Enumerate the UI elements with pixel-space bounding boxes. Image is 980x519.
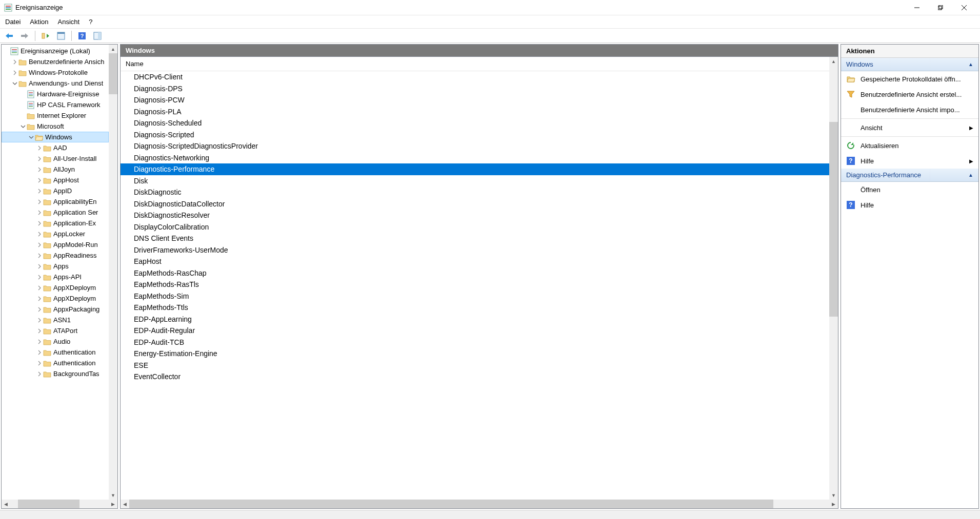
action-help[interactable]: ? Hilfe ▶ <box>841 153 978 169</box>
action-create-custom-view[interactable]: Benutzerdefinierte Ansicht erstel... <box>841 87 978 102</box>
scroll-up-arrow[interactable]: ▲ <box>829 57 838 66</box>
tree-item[interactable]: AppID <box>2 185 109 196</box>
menu-file[interactable]: Datei <box>5 18 21 26</box>
tree-app-service-logs[interactable]: Anwendungs- und Dienst <box>2 78 109 89</box>
scroll-thumb[interactable] <box>109 53 117 94</box>
action-import-custom-view[interactable]: Benutzerdefinierte Ansicht impo... <box>841 102 978 117</box>
properties-button[interactable] <box>55 30 67 42</box>
tree-item[interactable]: ApplicabilityEn <box>2 196 109 207</box>
tree-windows[interactable]: Windows <box>2 132 109 142</box>
list-scrollbar-horizontal[interactable]: ◀ ▶ <box>121 500 838 508</box>
action-help-2[interactable]: ? Hilfe <box>841 197 978 213</box>
list-item[interactable]: EapHost <box>121 256 829 267</box>
tree-internet-explorer[interactable]: Internet Explorer <box>2 110 109 121</box>
tree-item[interactable]: Apps-API <box>2 272 109 282</box>
minimize-button[interactable] <box>905 0 929 15</box>
forward-button[interactable] <box>18 30 31 42</box>
list-item[interactable]: DisplayColorCalibration <box>121 221 829 233</box>
navigation-tree[interactable]: Ereignisanzeige (Lokal)Benutzerdefiniert… <box>2 45 109 500</box>
tree-scrollbar-vertical[interactable]: ▲ ▼ <box>109 45 117 500</box>
tree-item[interactable]: Application Ser <box>2 207 109 218</box>
list-scrollbar-vertical[interactable]: ▲ ▼ <box>829 57 838 500</box>
scroll-down-arrow[interactable]: ▼ <box>109 491 117 500</box>
tree-item[interactable]: AppXDeploym <box>2 293 109 304</box>
list-item[interactable]: EapMethods-Sim <box>121 290 829 302</box>
list-item[interactable]: EDP-AppLearning <box>121 314 829 325</box>
list-item[interactable]: Disk <box>121 175 829 187</box>
close-button[interactable] <box>952 0 976 15</box>
scroll-thumb[interactable] <box>18 500 79 508</box>
scroll-right-arrow[interactable]: ▶ <box>109 500 117 508</box>
list-item[interactable]: Diagnosis-PCW <box>121 94 829 106</box>
tree-item[interactable]: AppLocker <box>2 229 109 239</box>
menu-view[interactable]: Ansicht <box>58 18 80 26</box>
list-item[interactable]: DHCPv6-Client <box>121 71 829 83</box>
tree-hp-casl[interactable]: HP CASL Framework <box>2 99 109 110</box>
maximize-button[interactable] <box>929 0 952 15</box>
action-open[interactable]: Öffnen <box>841 182 978 197</box>
list-item[interactable]: DiskDiagnostic <box>121 186 829 198</box>
tree-item[interactable]: Apps <box>2 261 109 272</box>
tree-item[interactable]: AppModel-Run <box>2 239 109 250</box>
list-item[interactable]: EapMethods-RasTls <box>121 279 829 290</box>
action-refresh[interactable]: Aktualisieren <box>841 138 978 153</box>
list-item[interactable]: DNS Client Events <box>121 233 829 244</box>
list-item[interactable]: DiskDiagnosticDataCollector <box>121 198 829 210</box>
list-item[interactable]: EapMethods-Ttls <box>121 302 829 314</box>
tree-item[interactable]: Audio <box>2 336 109 347</box>
list-item[interactable]: Diagnosis-Scheduled <box>121 117 829 129</box>
center-list[interactable]: DHCPv6-ClientDiagnosis-DPSDiagnosis-PCWD… <box>121 71 829 500</box>
tree-item[interactable]: ASN1 <box>2 315 109 325</box>
tree-windows-logs[interactable]: Windows-Protokolle <box>2 67 109 78</box>
tree-hardware-events[interactable]: Hardware-Ereignisse <box>2 89 109 99</box>
list-item[interactable]: DiskDiagnosticResolver <box>121 210 829 221</box>
list-item[interactable]: Diagnosis-Scripted <box>121 129 829 141</box>
action-view-submenu[interactable]: Ansicht ▶ <box>841 120 978 135</box>
scroll-left-arrow[interactable]: ◀ <box>121 500 129 508</box>
tree-microsoft[interactable]: Microsoft <box>2 121 109 132</box>
action-open-saved-log[interactable]: Gespeicherte Protokolldatei öffn... <box>841 71 978 87</box>
menu-help[interactable]: ? <box>89 18 92 26</box>
scroll-left-arrow[interactable]: ◀ <box>2 500 10 508</box>
list-item[interactable]: ESE <box>121 360 829 371</box>
tree-scrollbar-horizontal[interactable]: ◀ ▶ <box>2 500 117 508</box>
scroll-down-arrow[interactable]: ▼ <box>829 491 838 500</box>
tree-item[interactable]: ATAPort <box>2 325 109 336</box>
tree-item[interactable]: AppReadiness <box>2 250 109 261</box>
scroll-thumb[interactable] <box>829 122 838 317</box>
actions-section-selection[interactable]: Diagnostics-Performance ▲ <box>841 169 978 182</box>
list-item[interactable]: DriverFrameworks-UserMode <box>121 244 829 256</box>
list-item[interactable]: Energy-Estimation-Engine <box>121 348 829 360</box>
tree-item[interactable]: AppHost <box>2 175 109 185</box>
list-item[interactable]: Diagnosis-ScriptedDiagnosticsProvider <box>121 140 829 152</box>
show-hide-tree-button[interactable] <box>39 30 52 42</box>
scroll-up-arrow[interactable]: ▲ <box>109 45 117 53</box>
menu-action[interactable]: Aktion <box>30 18 48 26</box>
tree-item[interactable]: BackgroundTas <box>2 368 109 379</box>
tree-root[interactable]: Ereignisanzeige (Lokal) <box>2 46 109 56</box>
actions-section-windows[interactable]: Windows ▲ <box>841 58 978 71</box>
tree-item[interactable]: All-User-Install <box>2 153 109 164</box>
back-button[interactable] <box>3 30 15 42</box>
list-item[interactable]: Diagnosis-PLA <box>121 106 829 118</box>
list-item[interactable]: Diagnosis-DPS <box>121 83 829 95</box>
tree-item[interactable]: AppxPackaging <box>2 304 109 315</box>
list-item[interactable]: EventCollector <box>121 371 829 383</box>
tree-item[interactable]: Authentication <box>2 347 109 358</box>
tree-item[interactable]: Authentication <box>2 358 109 368</box>
scroll-thumb[interactable] <box>129 500 773 508</box>
show-hide-actions-button[interactable] <box>91 30 104 42</box>
list-item[interactable]: Diagnostics-Performance <box>121 163 829 175</box>
tree-item[interactable]: Application-Ex <box>2 218 109 229</box>
list-item[interactable]: Diagnostics-Networking <box>121 152 829 164</box>
collapse-icon[interactable]: ▲ <box>968 61 973 67</box>
tree-custom-views[interactable]: Benutzerdefinierte Ansich <box>2 56 109 67</box>
collapse-icon[interactable]: ▲ <box>968 172 973 178</box>
column-header-name[interactable]: Name <box>121 57 829 71</box>
list-item[interactable]: EapMethods-RasChap <box>121 267 829 279</box>
tree-item[interactable]: AAD <box>2 142 109 153</box>
list-item[interactable]: EDP-Audit-TCB <box>121 337 829 348</box>
scroll-right-arrow[interactable]: ▶ <box>829 500 838 508</box>
tree-item[interactable]: AllJoyn <box>2 164 109 175</box>
tree-item[interactable]: AppXDeploym <box>2 282 109 293</box>
